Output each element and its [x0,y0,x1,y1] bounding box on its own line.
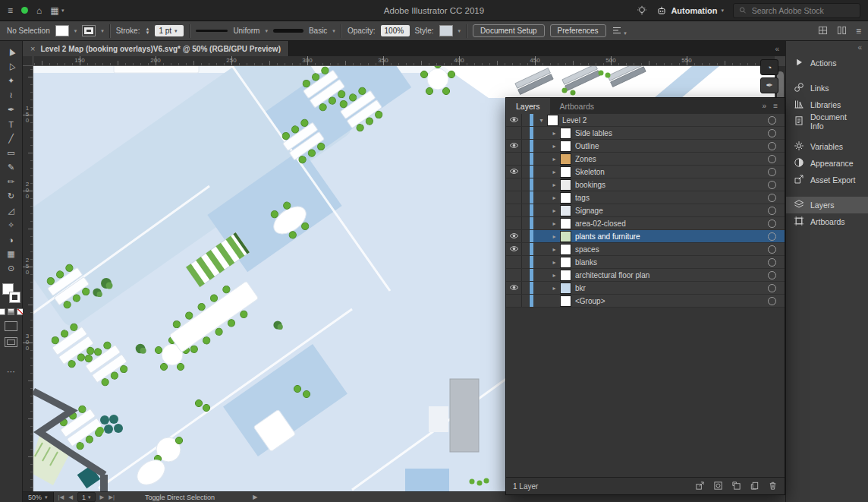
width-profile-label[interactable]: Uniform [233,27,259,35]
edit-toolbar-icon[interactable]: ⋯ [7,367,15,377]
lock-toggle[interactable] [522,269,530,281]
expand-dock-icon[interactable]: « [786,41,868,55]
dock-item-actions[interactable]: Actions [786,55,868,71]
zoom-tool[interactable]: ⊙ [2,261,21,276]
disclosure-icon[interactable]: ▸ [549,130,559,137]
layer-row[interactable]: ▸architectural floor plan [506,269,785,282]
dock-item-appearance[interactable]: Appearance [786,155,868,172]
visibility-toggle[interactable] [506,256,522,268]
lock-toggle[interactable] [522,217,530,229]
automation-menu[interactable]: Automation ▾ [656,5,724,16]
target-circle[interactable] [768,116,776,125]
lock-toggle[interactable] [522,295,530,307]
lock-toggle[interactable] [522,230,530,242]
search-input[interactable] [750,5,854,16]
layer-name[interactable]: <Group> [575,297,768,305]
layer-name[interactable]: Skeleton [575,168,768,176]
visibility-toggle[interactable] [506,269,522,281]
line-segment-tool[interactable]: ╱ [2,131,21,146]
visibility-toggle[interactable] [506,282,522,294]
layer-row[interactable]: ▸tags [506,191,785,204]
paintbrush-tool[interactable]: ✎ [2,160,21,175]
stroke-stepper[interactable]: ▲▼ [145,27,149,35]
target-circle[interactable] [768,181,776,189]
selection-tool[interactable]: ▶ [2,45,21,59]
gradient-mode-icon[interactable] [8,308,14,315]
target-circle[interactable] [768,245,776,254]
visibility-toggle[interactable] [506,140,522,152]
layer-name[interactable]: bookings [575,181,768,189]
arrange-documents-icon[interactable] [818,26,828,36]
layer-name[interactable]: Signage [575,207,768,215]
layer-name[interactable]: tags [575,194,768,202]
target-circle[interactable] [768,258,776,267]
dock-item-asset-export[interactable]: Asset Export [786,172,868,188]
chevron-down-icon[interactable]: ▾ [101,28,104,33]
style-swatch[interactable] [439,25,453,36]
layer-row[interactable]: ▸bkr [506,282,785,295]
stroke-label[interactable]: Stroke: [116,27,140,35]
chevron-down-icon[interactable]: ▾ [458,28,461,33]
disclosure-icon[interactable]: ▸ [549,156,559,163]
layer-name[interactable]: bkr [575,284,768,292]
new-layer-icon[interactable] [750,481,760,492]
lock-toggle[interactable] [522,140,530,152]
dock-item-artboards[interactable]: Artboards [786,213,868,230]
disclosure-icon[interactable]: ▸ [549,285,559,292]
lock-toggle[interactable] [522,243,530,255]
prev-artboard-button[interactable]: ◀ [68,494,73,500]
rotate-tool[interactable]: ↻ [2,189,21,204]
layer-row[interactable]: ▸Outline [506,140,785,153]
visibility-toggle[interactable] [506,191,522,204]
disclosure-icon[interactable]: ▸ [549,169,559,175]
layer-name[interactable]: Zones [575,155,768,163]
disclosure-icon[interactable]: ▸ [549,272,559,279]
layer-row[interactable]: <Group> [506,295,785,308]
new-sublayer-icon[interactable] [731,481,741,492]
collapse-panel-icon[interactable]: » [763,102,767,110]
lock-toggle[interactable] [522,153,530,165]
layer-row[interactable]: ▸plants and furniture [506,230,785,243]
layer-row[interactable]: ▸spaces [506,243,785,256]
draw-normal-icon[interactable] [5,321,17,331]
stroke-weight-field[interactable]: 1 pt ▾ [155,25,184,36]
visibility-toggle[interactable] [506,153,522,165]
visibility-toggle[interactable] [506,114,522,126]
stroke-swatch[interactable] [9,292,20,303]
document-tab[interactable]: × Level 2 Map (booking overlays)V6.svg* … [23,41,289,56]
target-circle[interactable] [768,155,776,163]
visibility-toggle[interactable] [506,166,522,178]
target-circle[interactable] [768,207,776,215]
lasso-tool[interactable]: ≀ [2,88,21,103]
magic-wand-tool[interactable]: ✦ [2,74,21,88]
disclosure-icon[interactable]: ▸ [549,207,559,214]
layer-row[interactable]: ▸Zones [506,153,785,166]
fill-stroke-control[interactable] [2,283,20,303]
layer-name[interactable]: Side lables [575,129,768,137]
fill-color-swatch[interactable] [55,25,69,36]
target-circle[interactable] [768,232,776,241]
delete-layer-icon[interactable] [768,481,778,492]
chevron-down-icon[interactable]: ▾ [74,28,77,33]
lock-toggle[interactable] [522,191,530,204]
artboard-number-field[interactable]: 1 ▾ [77,492,96,502]
dock-item-links[interactable]: Links [786,80,868,96]
color-mode-icon[interactable] [0,308,5,315]
target-circle[interactable] [768,284,776,292]
status-play-icon[interactable]: ▶ [253,494,257,500]
direct-selection-tool[interactable]: ▷ [2,59,21,74]
next-artboard-button[interactable]: ▶ [100,494,105,500]
collect-for-export-icon[interactable] [695,481,705,492]
target-circle[interactable] [768,142,776,150]
collapsed-panel-icon-a[interactable]: ◔ [760,59,778,75]
layer-row[interactable]: ▾Level 2 [506,114,785,127]
layer-name[interactable]: architectural floor plan [575,271,768,279]
visibility-toggle[interactable] [506,127,522,139]
collapse-panel-icon[interactable]: « [775,45,785,53]
target-circle[interactable] [768,297,776,305]
visibility-toggle[interactable] [506,230,522,242]
target-circle[interactable] [768,129,776,137]
pencil-tool[interactable]: ✏ [2,175,21,189]
dock-item-libraries[interactable]: Libraries [786,96,868,113]
lock-toggle[interactable] [522,166,530,178]
